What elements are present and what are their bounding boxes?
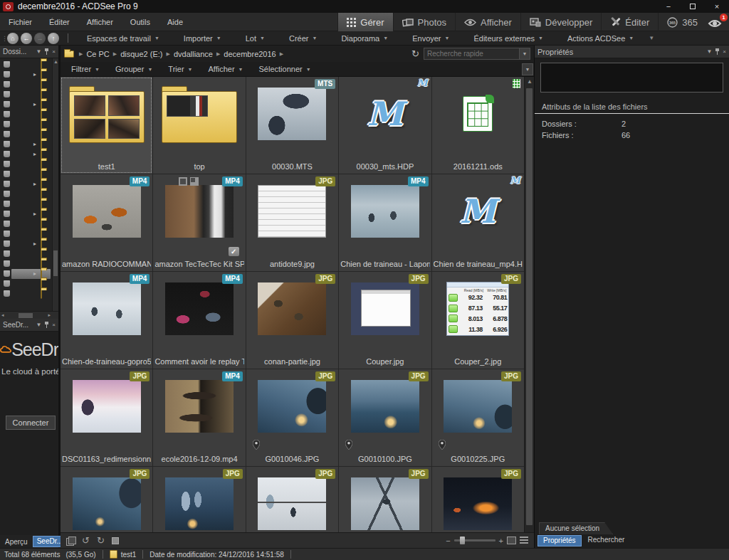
redo-icon[interactable]: ↻: [97, 536, 105, 545]
notification-button[interactable]: 1: [706, 14, 728, 31]
folder-tree-row[interactable]: [0, 80, 58, 90]
folder-tree-row[interactable]: [0, 249, 58, 259]
thumbnail-cell[interactable]: JPGG0010046.JPG: [246, 369, 338, 466]
folder-tree-row[interactable]: [0, 189, 58, 199]
folder-tree-row[interactable]: [0, 169, 58, 179]
filter-afficher[interactable]: Afficher▼: [200, 65, 251, 73]
menu-fichier[interactable]: Fichier: [9, 18, 32, 26]
toolbar-envoyer[interactable]: Envoyer▼: [400, 34, 461, 43]
folder-tree-row[interactable]: [0, 90, 58, 100]
undo-icon[interactable]: ↺: [82, 536, 90, 545]
folder-tree-row[interactable]: [0, 120, 58, 130]
folder-tree-row[interactable]: [0, 229, 58, 239]
thumbnail-cell[interactable]: JPGCouper.jpg: [339, 272, 431, 369]
scrollbar-thumb[interactable]: [526, 88, 533, 525]
thumbnail-cell[interactable]: MTS00030.MTS: [246, 77, 338, 174]
expand-arrow-icon[interactable]: ▸: [33, 210, 36, 218]
tab-developper[interactable]: Développer: [520, 13, 602, 31]
menu-editer[interactable]: Éditer: [49, 18, 70, 26]
toolbar-editeurs-externes[interactable]: Éditeurs externes▼: [461, 34, 555, 43]
folder-tree-row[interactable]: ▸: [0, 100, 58, 110]
thumbnail-cell[interactable]: MP4✓amazon TecTecTec Kit SPRO...: [153, 174, 245, 271]
thumbnail-cell[interactable]: JPGDSC01163_redimensionner.j...: [61, 369, 152, 466]
thumbnail-cell[interactable]: JPG: [432, 467, 524, 532]
up-button[interactable]: ↑: [48, 33, 59, 44]
pin-icon[interactable]: [715, 48, 720, 55]
expand-arrow-icon[interactable]: ▸: [33, 100, 36, 109]
folder-tree-row[interactable]: [0, 199, 58, 209]
scrollbar-thumb[interactable]: [53, 250, 58, 276]
pin-icon[interactable]: [44, 322, 49, 328]
tab-apercu[interactable]: Aperçu: [1, 537, 31, 547]
folder-tree-row[interactable]: [0, 130, 58, 139]
thumbnail-cell[interactable]: JPG: [61, 467, 152, 532]
folders-vertical-scrollbar[interactable]: ▲: [52, 58, 58, 311]
thumbnail-view-icon[interactable]: [507, 537, 516, 544]
thumbnail-cell[interactable]: MM00030_mts.HDP: [339, 77, 431, 174]
folder-tree-row[interactable]: [0, 289, 58, 299]
breadcrumb-disque2[interactable]: disque2 (E:): [120, 50, 162, 58]
filter-selectionner[interactable]: Sélectionner▼: [251, 65, 319, 73]
folder-tree-row[interactable]: ▸: [0, 269, 58, 279]
close-icon[interactable]: ×: [723, 49, 726, 55]
filter-grouper[interactable]: Grouper▼: [107, 65, 160, 73]
close-icon[interactable]: ×: [52, 322, 56, 328]
folders-horizontal-scrollbar[interactable]: ◂ ▸: [0, 311, 58, 319]
filter-trier[interactable]: Trier▼: [160, 65, 200, 73]
folder-tree-row[interactable]: ▸: [0, 209, 58, 219]
scrollbar-thumb[interactable]: [19, 313, 33, 318]
scroll-right-icon[interactable]: ▸: [48, 312, 51, 318]
grid-vertical-scrollbar[interactable]: ▲: [524, 77, 534, 532]
folder-tree-row[interactable]: [0, 279, 58, 289]
back-button[interactable]: ←: [21, 33, 32, 44]
breadcrumb-ce-pc[interactable]: Ce PC: [86, 50, 109, 58]
thumbnail-cell[interactable]: MP4Chien-de-traineau-gopro5....: [61, 272, 152, 369]
filter-filtrer[interactable]: Filtrer▼: [63, 65, 107, 73]
thumbnail-cell[interactable]: MP4Comment avoir le replay TV ...: [153, 272, 245, 369]
breadcrumb-decembre2016[interactable]: decembre2016: [224, 50, 276, 58]
zoom-slider[interactable]: [454, 539, 495, 541]
toolbar-lot[interactable]: Lot▼: [234, 34, 277, 43]
tab-rechercher[interactable]: Rechercher: [583, 535, 630, 546]
thumbnail-cell[interactable]: JPG: [339, 467, 431, 532]
tab-gerer[interactable]: Gérer: [337, 13, 392, 31]
thumbnail-cell[interactable]: JPGRead [MB/s]Write [MB/s]92.3270.8187.1…: [432, 272, 524, 369]
toolbar-importer[interactable]: Importer▼: [172, 34, 234, 43]
menu-aide[interactable]: Aide: [167, 18, 183, 26]
thumbnail-cell[interactable]: 20161211.ods: [432, 77, 524, 174]
thumbnail-cell[interactable]: MP4Chien de traineau - Laponie....: [339, 174, 431, 271]
thumbnail-cell[interactable]: JPGG0010225.JPG: [432, 369, 524, 466]
scroll-up-icon[interactable]: ▲: [53, 59, 58, 64]
toolbar-grip[interactable]: ⋮: [1, 35, 7, 42]
tab-afficher[interactable]: Afficher: [455, 13, 520, 31]
tab-photos[interactable]: Photos: [393, 13, 455, 31]
thumbnail-cell[interactable]: JPGG0010100.JPG: [339, 369, 431, 466]
selection-square-icon[interactable]: [112, 537, 119, 544]
minimize-button[interactable]: −: [656, 0, 681, 13]
search-input[interactable]: [424, 50, 519, 58]
panel-menu-icon[interactable]: ▼: [36, 49, 41, 55]
toolbar-diaporama[interactable]: Diaporama▼: [329, 34, 400, 43]
folder-tree-row[interactable]: ▸: [0, 239, 58, 249]
toolbar-creer[interactable]: Créer▼: [277, 34, 329, 43]
toolbar-actions-acdsee[interactable]: Actions ACDSee▼: [555, 34, 646, 43]
thumbnail-cell[interactable]: MP4ecole2016-12-09.mp4: [153, 369, 245, 466]
folder-tree-row[interactable]: [0, 110, 58, 120]
maximize-button[interactable]: [681, 0, 705, 13]
close-icon[interactable]: ×: [52, 49, 56, 55]
expand-arrow-icon[interactable]: ▸: [33, 240, 36, 248]
thumbnail-cell[interactable]: JPGconan-partie.jpg: [246, 272, 338, 369]
panel-menu-icon[interactable]: ▼: [36, 322, 41, 328]
toolbar-overflow-icon[interactable]: ▼: [649, 35, 654, 41]
tab-proprietes[interactable]: Propriétés: [537, 535, 582, 546]
checkmark-icon[interactable]: ✓: [229, 247, 239, 256]
folder-tree-row[interactable]: [0, 159, 58, 169]
folder-tree-row[interactable]: [0, 259, 58, 269]
folder-tree-row[interactable]: [0, 60, 58, 70]
grid-options-button[interactable]: ▼: [522, 63, 533, 75]
expand-arrow-icon[interactable]: ▸: [33, 140, 36, 149]
thumbnail-cell[interactable]: JPGantidote9.jpg: [246, 174, 338, 271]
connect-button[interactable]: Connecter: [6, 416, 56, 430]
pin-icon[interactable]: [44, 48, 49, 55]
folder-tree-row[interactable]: ▸: [0, 149, 58, 159]
